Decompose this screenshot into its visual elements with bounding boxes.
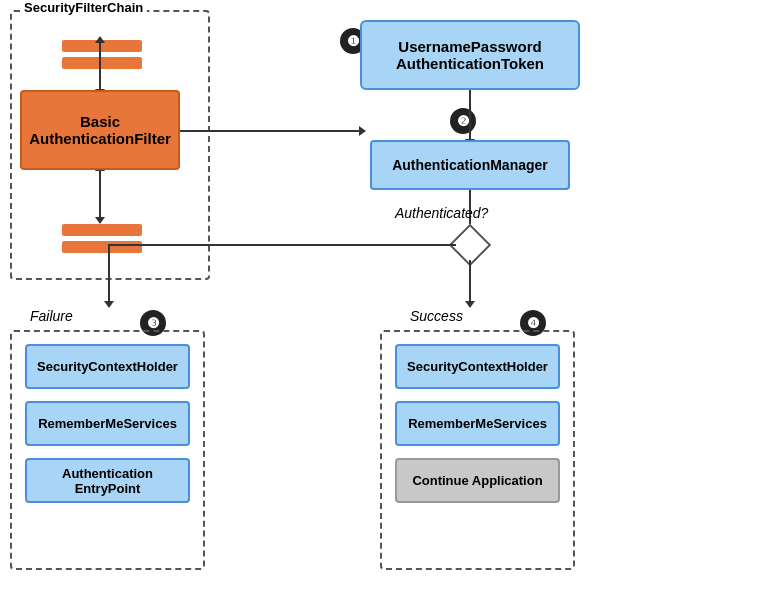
arrow-token-to-manager: [469, 90, 471, 140]
diagram-container: SecurityFilterChain BasicAuthenticationF…: [0, 0, 784, 592]
arrow-filter-to-token: [180, 130, 360, 132]
filter-bar-bottom-2: [62, 241, 142, 253]
success-security-context-holder-label: SecurityContextHolder: [407, 359, 548, 374]
continue-application-label: Continue Application: [412, 473, 542, 488]
basic-auth-filter-label: BasicAuthenticationFilter: [29, 113, 171, 147]
failure-authentication-entry-point-label: AuthenticationEntryPoint: [62, 466, 153, 496]
failure-authentication-entry-point: AuthenticationEntryPoint: [25, 458, 190, 503]
basic-auth-filter-box: BasicAuthenticationFilter: [20, 90, 180, 170]
auth-manager-box: AuthenticationManager: [370, 140, 570, 190]
continue-application-box: Continue Application: [395, 458, 560, 503]
success-remember-me-services-label: RememberMeServices: [408, 416, 547, 431]
failure-remember-me-services: RememberMeServices: [25, 401, 190, 446]
arrow-chain-top: [99, 42, 101, 90]
failure-box: SecurityContextHolder RememberMeServices…: [10, 330, 205, 570]
token-box: UsernamePasswordAuthenticationToken: [360, 20, 580, 90]
failure-label: Failure: [30, 308, 73, 324]
success-remember-me-services: RememberMeServices: [395, 401, 560, 446]
arrow-chain-bottom: [99, 170, 101, 218]
failure-remember-me-services-label: RememberMeServices: [38, 416, 177, 431]
arrow-to-success: [469, 260, 471, 302]
failure-security-context-holder-label: SecurityContextHolder: [37, 359, 178, 374]
failure-security-context-holder: SecurityContextHolder: [25, 344, 190, 389]
success-label: Success: [410, 308, 463, 324]
arrow-to-failure-vertical: [108, 244, 110, 302]
auth-manager-label: AuthenticationManager: [392, 157, 548, 173]
arrow-to-failure-horizontal: [110, 244, 456, 246]
security-filter-chain-label: SecurityFilterChain: [20, 0, 147, 15]
filter-bar-top-2: [62, 57, 142, 69]
authenticated-label: Authenticated?: [395, 205, 488, 221]
success-box: SecurityContextHolder RememberMeServices…: [380, 330, 575, 570]
badge-2: ❷: [450, 108, 476, 134]
token-box-label: UsernamePasswordAuthenticationToken: [396, 38, 544, 72]
success-security-context-holder: SecurityContextHolder: [395, 344, 560, 389]
filter-bar-bottom-1: [62, 224, 142, 236]
